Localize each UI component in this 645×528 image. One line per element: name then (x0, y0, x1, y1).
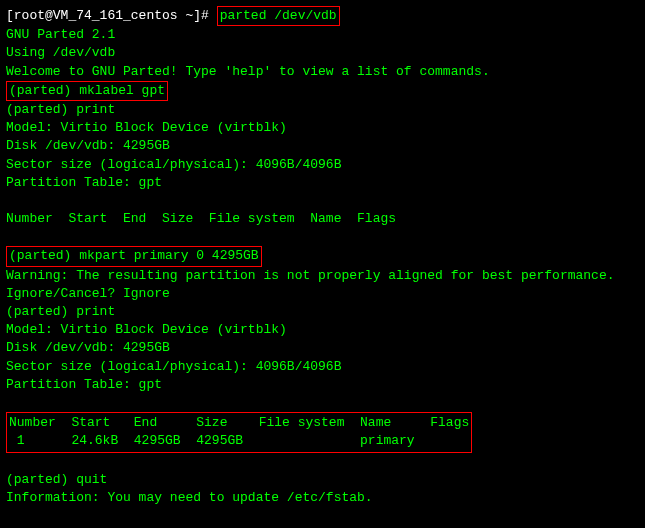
ignore-prompt[interactable]: Ignore/Cancel? Ignore (6, 285, 639, 303)
model-line-2: Model: Virtio Block Device (virtblk) (6, 321, 639, 339)
welcome-msg: Welcome to GNU Parted! Type 'help' to vi… (6, 63, 639, 81)
info-line: Information: You may need to update /etc… (6, 489, 639, 507)
sector-line: Sector size (logical/physical): 4096B/40… (6, 156, 639, 174)
using-device: Using /dev/vdb (6, 44, 639, 62)
cmd-parted: parted /dev/vdb (217, 6, 340, 26)
warning-line: Warning: The resulting partition is not … (6, 267, 639, 285)
disk-line-2: Disk /dev/vdb: 4295GB (6, 339, 639, 357)
partition-table-line-2: Partition Table: gpt (6, 376, 639, 394)
prompt-line-1[interactable]: [root@VM_74_161_centos ~]# parted /dev/v… (6, 6, 639, 26)
gnu-parted-version: GNU Parted 2.1 (6, 26, 639, 44)
cmd-mklabel: (parted) mklabel gpt (6, 81, 168, 101)
disk-line: Disk /dev/vdb: 4295GB (6, 137, 639, 155)
shell-prompt: [root@VM_74_161_centos ~]# (6, 8, 217, 23)
sector-line-2: Sector size (logical/physical): 4096B/40… (6, 358, 639, 376)
cmd-quit: (parted) quit (6, 471, 639, 489)
partition-table-box: Number Start End Size File system Name F… (6, 412, 472, 452)
cmd-print-1: (parted) print (6, 101, 639, 119)
cmd-print-2: (parted) print (6, 303, 639, 321)
table-header-2: Number Start End Size File system Name F… (9, 414, 469, 432)
model-line: Model: Virtio Block Device (virtblk) (6, 119, 639, 137)
cmd-mkpart: (parted) mkpart primary 0 4295GB (6, 246, 262, 266)
partition-table-line: Partition Table: gpt (6, 174, 639, 192)
table-header-1: Number Start End Size File system Name F… (6, 210, 639, 228)
table-row-1: 1 24.6kB 4295GB 4295GB primary (9, 432, 469, 450)
